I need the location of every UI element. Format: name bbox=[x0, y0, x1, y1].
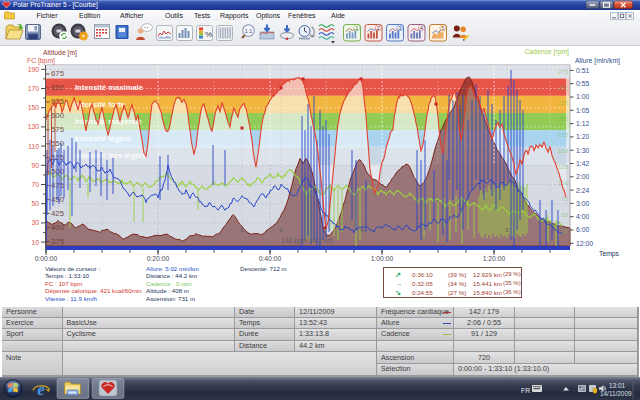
svg-text:225: 225 bbox=[558, 100, 569, 106]
svg-text:Cadence [rpm]: Cadence [rpm] bbox=[524, 48, 569, 56]
svg-text:90: 90 bbox=[31, 162, 39, 169]
svg-text:190: 190 bbox=[28, 66, 40, 73]
svg-text:1:12: 1:12 bbox=[576, 120, 589, 127]
svg-text:2: 2 bbox=[279, 226, 283, 233]
svg-text:250: 250 bbox=[558, 85, 569, 91]
svg-text:1:42: 1:42 bbox=[576, 160, 589, 167]
svg-text:14/11/2009: 14/11/2009 bbox=[600, 390, 632, 397]
svg-text:110: 110 bbox=[28, 143, 39, 150]
svg-text:1:20:00: 1:20:00 bbox=[483, 255, 506, 262]
svg-text:150: 150 bbox=[28, 104, 40, 111]
svg-text:1:00: 1:00 bbox=[576, 93, 589, 100]
svg-text:12:00: 12:00 bbox=[576, 240, 593, 247]
svg-text:650: 650 bbox=[51, 83, 65, 92]
svg-text:1:30: 1:30 bbox=[576, 147, 589, 154]
svg-text:70: 70 bbox=[31, 181, 39, 188]
svg-text:50: 50 bbox=[561, 212, 568, 218]
svg-text:Intensité maximale: Intensité maximale bbox=[75, 83, 143, 92]
svg-text:1:05: 1:05 bbox=[576, 107, 589, 114]
svg-text:100: 100 bbox=[558, 180, 569, 186]
svg-text:1:20: 1:20 bbox=[576, 133, 589, 140]
svg-text:1: 1 bbox=[355, 25, 358, 31]
svg-text:0:20:00: 0:20:00 bbox=[147, 255, 170, 262]
svg-text:3: 3 bbox=[398, 25, 401, 31]
svg-text:10: 10 bbox=[31, 239, 39, 246]
svg-text:175: 175 bbox=[558, 132, 569, 138]
svg-text:Temps: Temps bbox=[599, 250, 620, 258]
svg-text:FR: FR bbox=[521, 387, 530, 394]
svg-text:13:01: 13:01 bbox=[609, 382, 625, 389]
svg-text:575: 575 bbox=[51, 125, 65, 134]
svg-text:1: 1 bbox=[240, 226, 244, 233]
svg-text:130: 130 bbox=[28, 123, 40, 130]
svg-text:0:51: 0:51 bbox=[576, 67, 589, 74]
svg-text:170: 170 bbox=[28, 85, 40, 92]
svg-text:1:1: 1:1 bbox=[245, 28, 253, 34]
svg-text:1:00:00: 1:00:00 bbox=[371, 255, 394, 262]
svg-text:0:40:00: 0:40:00 bbox=[259, 255, 282, 262]
svg-text:2: 2 bbox=[377, 25, 380, 31]
svg-text:%: % bbox=[205, 30, 212, 39]
svg-text:3: 3 bbox=[323, 226, 327, 233]
svg-text:FC [bpm]: FC [bpm] bbox=[27, 57, 55, 65]
svg-text:30: 30 bbox=[31, 219, 39, 226]
svg-text:675: 675 bbox=[51, 69, 65, 78]
svg-text:200: 200 bbox=[558, 116, 569, 122]
svg-text:25: 25 bbox=[561, 228, 568, 234]
svg-text:2:24: 2:24 bbox=[576, 187, 589, 194]
svg-text:6:00: 6:00 bbox=[576, 226, 589, 233]
svg-text:0:00:00: 0:00:00 bbox=[35, 255, 58, 262]
svg-text:5: 5 bbox=[505, 226, 509, 233]
svg-text:4: 4 bbox=[360, 226, 364, 233]
svg-text:125: 125 bbox=[558, 164, 569, 170]
svg-text:425: 425 bbox=[51, 209, 65, 218]
svg-text:3:00: 3:00 bbox=[576, 200, 589, 207]
svg-text:150: 150 bbox=[558, 148, 569, 154]
svg-text:75: 75 bbox=[561, 196, 568, 202]
svg-text:2:00: 2:00 bbox=[576, 173, 589, 180]
svg-text:50: 50 bbox=[31, 200, 39, 207]
svg-text:e: e bbox=[37, 380, 45, 399]
svg-text:Intensité forte: Intensité forte bbox=[75, 100, 125, 109]
svg-text:275: 275 bbox=[558, 69, 569, 75]
svg-text:0:55: 0:55 bbox=[576, 80, 589, 87]
svg-text:4:00: 4:00 bbox=[576, 213, 589, 220]
svg-text:Intensité légère: Intensité légère bbox=[75, 134, 131, 143]
svg-text:142 bpm 44.2 km: 142 bpm 44.2 km bbox=[282, 237, 333, 245]
svg-text:Intensité très légère: Intensité très légère bbox=[75, 151, 147, 160]
svg-text:5: 5 bbox=[441, 25, 444, 31]
svg-text:Allure [min/km]: Allure [min/km] bbox=[575, 57, 620, 65]
svg-text:600: 600 bbox=[51, 111, 65, 120]
